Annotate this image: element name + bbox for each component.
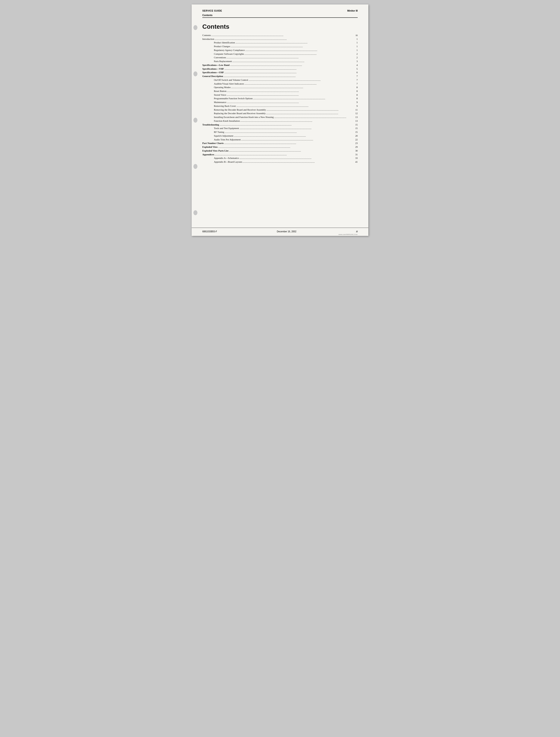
- toc-entry: Appendix B—Board Layouts ...............…: [202, 160, 358, 164]
- toc-dots: ........................................…: [249, 78, 353, 82]
- toc-page: 2: [353, 52, 358, 56]
- toc-dots: ........................................…: [223, 74, 353, 78]
- toc-entry: Exploded View ..........................…: [202, 145, 358, 149]
- toc-page: 20: [353, 134, 358, 138]
- toc-page: 31: [353, 153, 358, 157]
- toc-dots: ........................................…: [266, 108, 353, 112]
- toc-page: 12: [353, 112, 358, 115]
- toc-entry: Introduction ...........................…: [202, 37, 358, 41]
- toc-label: Installing Escutcheon and Function Knob …: [214, 115, 274, 119]
- toc-label: Replacing the Decoder Board and Receiver…: [214, 112, 266, 115]
- toc-page: iii: [353, 33, 358, 37]
- toc-label: Conventions: [214, 56, 226, 59]
- toc-page: 4: [353, 63, 358, 67]
- toc-dots: ........................................…: [227, 93, 353, 97]
- toc-dots: ........................................…: [235, 41, 353, 45]
- toc-entry: Maintenance ............................…: [202, 100, 358, 104]
- toc-entry: Squelch Adjustment .....................…: [202, 134, 358, 138]
- toc-page: 13: [353, 115, 358, 119]
- toc-dots: ........................................…: [232, 59, 353, 63]
- footer-center: December 16, 2002: [277, 230, 296, 233]
- toc-entry: Conventions ............................…: [202, 56, 358, 59]
- toc-label: Parts Replacement: [214, 59, 232, 63]
- toc-dots: ........................................…: [215, 37, 353, 41]
- toc-page: 9: [353, 104, 358, 108]
- page-content: Contents Contents ......................…: [192, 18, 368, 177]
- toc-entry: Removing the Decoder Board and Receiver …: [202, 108, 358, 112]
- toc-label: Tools and Test Equipment: [214, 126, 239, 130]
- toc-label: Regulatory Agency Compliance: [214, 48, 245, 52]
- toc-entry: Exploded View Parts List ...............…: [202, 149, 358, 153]
- toc-label: Audio Trim Pot Adjustment: [214, 138, 241, 142]
- toc-label: Specifications—UHF: [202, 71, 224, 74]
- toc-label: Specifications—Low Band: [202, 63, 229, 67]
- toc-dots: ........................................…: [244, 82, 353, 86]
- toc-page: 15: [353, 130, 358, 134]
- toc-label: Contents: [202, 33, 211, 37]
- toc-entry: Reset Button ...........................…: [202, 89, 358, 93]
- toc-entry: General Description ....................…: [202, 74, 358, 78]
- toc-dots: ........................................…: [234, 134, 353, 138]
- toc-label: Computer Software Copyrights: [214, 52, 244, 56]
- toc-page: 30: [353, 149, 358, 153]
- toc-label: Appendices: [202, 153, 214, 157]
- toc-dots: ........................................…: [215, 153, 353, 157]
- toc-dots: ........................................…: [231, 45, 353, 48]
- toc-dots: ........................................…: [224, 67, 353, 71]
- toc-entry: Contents ...............................…: [202, 33, 358, 37]
- sub-header: Contents: [192, 13, 368, 17]
- toc-page: 1: [353, 45, 358, 48]
- toc-label: Programmable Function Switch Options: [214, 97, 253, 100]
- toc-label: Exploded View Parts List: [202, 149, 228, 153]
- toc-entry: Audio Trim Pot Adjustment ..............…: [202, 138, 358, 142]
- toc-dots: ........................................…: [253, 97, 353, 100]
- toc-label: Exploded View: [202, 145, 218, 149]
- toc-page: 15: [353, 126, 358, 130]
- toc-page: 3: [353, 59, 358, 63]
- toc-dots: ........................................…: [241, 138, 353, 142]
- toc-entry: RF Tuning ..............................…: [202, 130, 358, 134]
- toc-label: Function Knob Installation: [214, 119, 240, 123]
- toc-page: 6: [353, 71, 358, 74]
- toc-page: 1: [353, 41, 358, 45]
- toc-entry: Programmable Function Switch Options ...…: [202, 97, 358, 100]
- toc-page: 22: [353, 138, 358, 142]
- page-header: SERVICE GUIDE Minitor III: [192, 4, 368, 13]
- toc-entry: Appendices .............................…: [202, 153, 358, 157]
- page: SERVICE GUIDE Minitor III Contents Conte…: [192, 4, 368, 236]
- toc-page: 11: [353, 108, 358, 112]
- binder-hole-5: [193, 210, 197, 215]
- toc-entry: Troubleshooting ........................…: [202, 123, 358, 127]
- toc-label: Troubleshooting: [202, 123, 219, 127]
- toc-dots: ........................................…: [239, 156, 353, 160]
- toc-entry: Removing Back Cover ....................…: [202, 104, 358, 108]
- toc-label: Specifications—VHF: [202, 67, 224, 71]
- toc-label: On/Off Switch and Volume Control: [214, 78, 248, 82]
- toc-label: Audible/Visual Alert Indicators: [214, 82, 244, 86]
- toc-dots: ........................................…: [230, 63, 353, 67]
- toc-entry: Specifications—Low Band ................…: [202, 63, 358, 67]
- toc-page: 8: [353, 97, 358, 100]
- toc-page: 2: [353, 56, 358, 59]
- toc-dots: ........................................…: [225, 130, 353, 134]
- toc-entry: Stored Voice ...........................…: [202, 93, 358, 97]
- toc-dots: ........................................…: [224, 141, 353, 145]
- toc-page: 29: [353, 145, 358, 149]
- toc-label: Part Number Charts: [202, 141, 224, 145]
- toc-entry: Tools and Test Equipment ...............…: [202, 126, 358, 130]
- toc-dots: ........................................…: [245, 52, 353, 56]
- toc-page: 15: [353, 123, 358, 127]
- toc-label: Operating Modes: [214, 85, 231, 89]
- toc-dots: ........................................…: [245, 48, 353, 52]
- toc-label: Stored Voice: [214, 93, 226, 97]
- toc-dots: ........................................…: [231, 85, 353, 89]
- toc-page: 8: [353, 93, 358, 97]
- toc-label: General Description: [202, 74, 223, 78]
- toc-label: Introduction: [202, 37, 214, 41]
- toc-dots: ........................................…: [243, 160, 353, 164]
- toc-entry: Regulatory Agency Compliance ...........…: [202, 48, 358, 52]
- toc-entry: Function Knob Installation .............…: [202, 119, 358, 123]
- toc-dots: ........................................…: [219, 123, 353, 127]
- header-left: SERVICE GUIDE: [202, 9, 222, 12]
- toc-dots: ........................................…: [266, 112, 353, 115]
